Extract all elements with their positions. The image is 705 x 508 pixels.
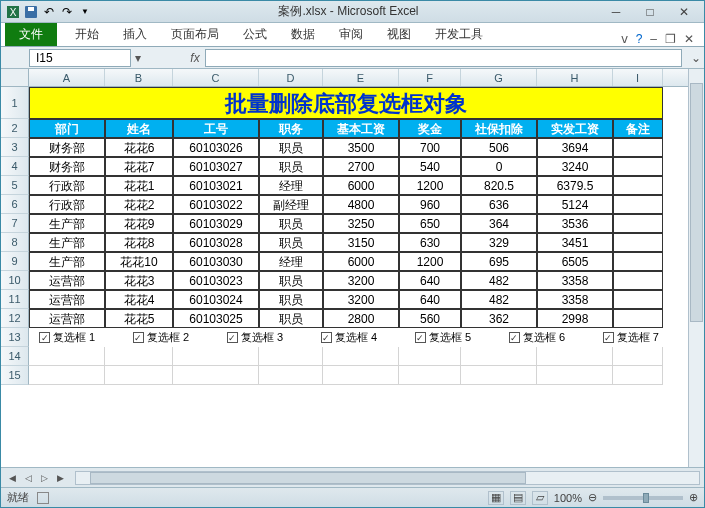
checkbox-3[interactable]: ✓复选框 3 (227, 330, 283, 345)
tab-3[interactable]: 公式 (233, 23, 277, 46)
row-header-2[interactable]: 2 (1, 119, 29, 138)
cell-r15-c2[interactable] (173, 366, 259, 385)
redo-icon[interactable]: ↷ (59, 4, 75, 20)
cell-r10-c2[interactable]: 60103023 (173, 271, 259, 290)
cell-r4-c1[interactable]: 花花7 (105, 157, 173, 176)
formula-bar-expand-icon[interactable]: ⌄ (688, 51, 704, 65)
row-header-5[interactable]: 5 (1, 176, 29, 195)
cell-r10-c8[interactable] (613, 271, 663, 290)
cell-r4-c2[interactable]: 60103027 (173, 157, 259, 176)
cell-r8-c3[interactable]: 职员 (259, 233, 323, 252)
cell-r3-c5[interactable]: 700 (399, 138, 461, 157)
col-header-E[interactable]: E (323, 69, 399, 86)
sheet-nav-last-icon[interactable]: ▶ (53, 471, 67, 485)
cell-r11-c8[interactable] (613, 290, 663, 309)
cell-r14-c1[interactable] (105, 347, 173, 366)
cell-r14-c0[interactable] (29, 347, 105, 366)
excel-icon[interactable]: X (5, 4, 21, 20)
horizontal-scroll-thumb[interactable] (90, 472, 526, 484)
checkbox-box-icon[interactable]: ✓ (603, 332, 614, 343)
zoom-in-button[interactable]: ⊕ (689, 491, 698, 504)
row-header-4[interactable]: 4 (1, 157, 29, 176)
zoom-level[interactable]: 100% (554, 492, 582, 504)
cell-r4-c5[interactable]: 540 (399, 157, 461, 176)
undo-icon[interactable]: ↶ (41, 4, 57, 20)
table-header-1[interactable]: 姓名 (105, 119, 173, 138)
tab-1[interactable]: 插入 (113, 23, 157, 46)
checkbox-box-icon[interactable]: ✓ (133, 332, 144, 343)
cell-r15-c8[interactable] (613, 366, 663, 385)
cell-r6-c3[interactable]: 副经理 (259, 195, 323, 214)
cell-r12-c5[interactable]: 560 (399, 309, 461, 328)
cell-r10-c3[interactable]: 职员 (259, 271, 323, 290)
cell-r15-c3[interactable] (259, 366, 323, 385)
cell-r5-c1[interactable]: 花花1 (105, 176, 173, 195)
row-header-11[interactable]: 11 (1, 290, 29, 309)
cell-r8-c2[interactable]: 60103028 (173, 233, 259, 252)
row-header-3[interactable]: 3 (1, 138, 29, 157)
table-header-3[interactable]: 职务 (259, 119, 323, 138)
cell-r4-c0[interactable]: 财务部 (29, 157, 105, 176)
cell-r7-c8[interactable] (613, 214, 663, 233)
save-icon[interactable] (23, 4, 39, 20)
zoom-out-button[interactable]: ⊖ (588, 491, 597, 504)
doc-minimize-icon[interactable]: – (650, 32, 657, 46)
checkbox-box-icon[interactable]: ✓ (39, 332, 50, 343)
checkbox-box-icon[interactable]: ✓ (509, 332, 520, 343)
cell-r5-c8[interactable] (613, 176, 663, 195)
name-box-dropdown-icon[interactable]: ▾ (131, 51, 145, 65)
name-box[interactable]: I15 (29, 49, 131, 67)
cell-r3-c7[interactable]: 3694 (537, 138, 613, 157)
ribbon-minimize-icon[interactable]: ⅴ (621, 32, 628, 46)
cell-r4-c7[interactable]: 3240 (537, 157, 613, 176)
formula-bar[interactable] (205, 49, 682, 67)
cell-r8-c5[interactable]: 630 (399, 233, 461, 252)
sheet-nav-prev-icon[interactable]: ◁ (21, 471, 35, 485)
cell-r7-c2[interactable]: 60103029 (173, 214, 259, 233)
col-header-G[interactable]: G (461, 69, 537, 86)
checkbox-1[interactable]: ✓复选框 1 (39, 330, 95, 345)
col-header-F[interactable]: F (399, 69, 461, 86)
cell-r11-c1[interactable]: 花花4 (105, 290, 173, 309)
cell-r9-c1[interactable]: 花花10 (105, 252, 173, 271)
view-normal-icon[interactable]: ▦ (488, 491, 504, 505)
cell-r6-c8[interactable] (613, 195, 663, 214)
cell-r10-c7[interactable]: 3358 (537, 271, 613, 290)
maximize-button[interactable]: □ (638, 5, 662, 19)
cell-r14-c2[interactable] (173, 347, 259, 366)
cell-r12-c2[interactable]: 60103025 (173, 309, 259, 328)
cell-r7-c7[interactable]: 3536 (537, 214, 613, 233)
cell-r10-c1[interactable]: 花花3 (105, 271, 173, 290)
fx-label[interactable]: fx (185, 51, 205, 65)
cell-r7-c5[interactable]: 650 (399, 214, 461, 233)
view-pagebreak-icon[interactable]: ▱ (532, 491, 548, 505)
col-header-C[interactable]: C (173, 69, 259, 86)
table-header-8[interactable]: 备注 (613, 119, 663, 138)
cell-r14-c6[interactable] (461, 347, 537, 366)
checkbox-box-icon[interactable]: ✓ (227, 332, 238, 343)
cell-r14-c8[interactable] (613, 347, 663, 366)
tab-5[interactable]: 审阅 (329, 23, 373, 46)
table-header-0[interactable]: 部门 (29, 119, 105, 138)
cell-r15-c7[interactable] (537, 366, 613, 385)
cell-r14-c3[interactable] (259, 347, 323, 366)
tab-0[interactable]: 开始 (65, 23, 109, 46)
cell-r10-c4[interactable]: 3200 (323, 271, 399, 290)
col-header-I[interactable]: I (613, 69, 663, 86)
sheet-nav-next-icon[interactable]: ▷ (37, 471, 51, 485)
col-header-D[interactable]: D (259, 69, 323, 86)
cell-r4-c8[interactable] (613, 157, 663, 176)
cell-r14-c5[interactable] (399, 347, 461, 366)
row-header-8[interactable]: 8 (1, 233, 29, 252)
cell-r9-c0[interactable]: 生产部 (29, 252, 105, 271)
cell-r6-c0[interactable]: 行政部 (29, 195, 105, 214)
cell-r11-c3[interactable]: 职员 (259, 290, 323, 309)
cell-r11-c0[interactable]: 运营部 (29, 290, 105, 309)
checkbox-4[interactable]: ✓复选框 4 (321, 330, 377, 345)
cell-r7-c1[interactable]: 花花9 (105, 214, 173, 233)
doc-close-icon[interactable]: ✕ (684, 32, 694, 46)
cell-r12-c4[interactable]: 2800 (323, 309, 399, 328)
table-header-2[interactable]: 工号 (173, 119, 259, 138)
cell-r9-c8[interactable] (613, 252, 663, 271)
cell-r9-c4[interactable]: 6000 (323, 252, 399, 271)
